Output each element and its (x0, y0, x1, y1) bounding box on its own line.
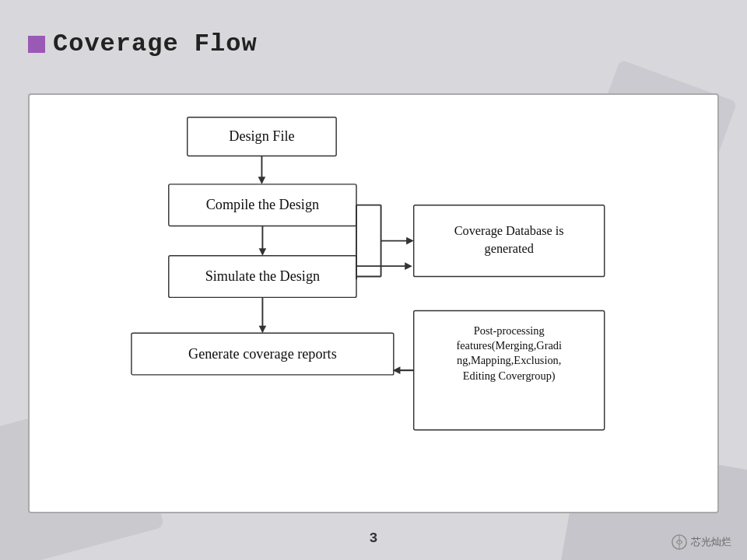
page-title: Coverage Flow (53, 30, 258, 58)
svg-marker-2 (258, 177, 266, 184)
svg-marker-11 (405, 262, 412, 270)
coverage-db-line1: Coverage Database is (454, 224, 564, 238)
diagram-container: Design File Compile the Design Simulate … (28, 93, 719, 513)
watermark-icon (671, 534, 688, 551)
postproc-line3: ng,Mapping,Exclusion, (457, 354, 561, 366)
svg-rect-19 (414, 205, 605, 277)
watermark: 芯光灿烂 (671, 534, 731, 551)
svg-marker-5 (259, 248, 267, 256)
postproc-line2: features(Merging,Gradi (456, 339, 562, 352)
page-number: 3 (370, 530, 378, 546)
svg-marker-8 (259, 326, 267, 334)
svg-marker-18 (406, 237, 414, 245)
design-file-label: Design File (229, 128, 294, 144)
title-bullet (28, 36, 45, 53)
flow-diagram: Design File Compile the Design Simulate … (30, 95, 717, 512)
watermark-text: 芯光灿烂 (691, 535, 731, 549)
generate-label: Generate coverage reports (188, 346, 337, 362)
postproc-line4: Editing Covergroup) (463, 369, 556, 383)
coverage-db-line2: generated (485, 242, 534, 256)
title-area: Coverage Flow (28, 30, 258, 58)
postproc-line1: Post-processing (474, 324, 545, 337)
simulate-label: Simulate the Design (205, 268, 320, 284)
compile-label: Compile the Design (206, 197, 319, 212)
